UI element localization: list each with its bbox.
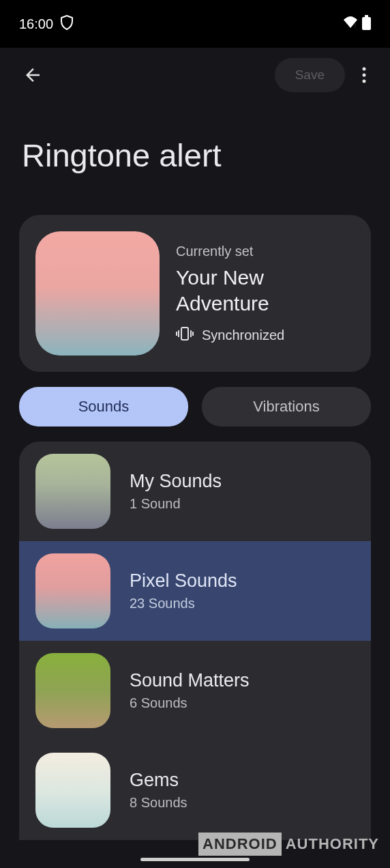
watermark: ANDROID AUTHORITY	[198, 833, 383, 856]
list-item-my-sounds[interactable]: My Sounds 1 Sound	[19, 442, 371, 541]
sound-category-list: My Sounds 1 Sound Pixel Sounds 23 Sounds…	[19, 442, 371, 840]
svg-point-4	[363, 68, 366, 71]
status-bar: 16:00	[0, 0, 390, 48]
category-subtitle: 6 Sounds	[130, 695, 250, 711]
current-ringtone-card[interactable]: Currently set Your New Adventure Synchro…	[19, 215, 371, 372]
app-bar-actions: Save	[275, 58, 378, 92]
category-info: Gems 8 Sounds	[130, 770, 188, 811]
status-right	[343, 15, 371, 33]
category-subtitle: 1 Sound	[130, 496, 222, 512]
category-subtitle: 23 Sounds	[130, 596, 237, 611]
back-button[interactable]	[19, 61, 46, 89]
category-subtitle: 8 Sounds	[130, 795, 188, 811]
svg-point-1	[355, 27, 356, 29]
navigation-handle[interactable]	[140, 858, 250, 861]
arrow-back-icon	[22, 65, 43, 85]
more-vert-icon	[362, 67, 366, 83]
list-item-gems[interactable]: Gems 8 Sounds	[19, 740, 371, 840]
sync-label: Synchronized	[202, 328, 284, 343]
more-button[interactable]	[350, 61, 378, 89]
category-thumbnail	[35, 454, 110, 529]
category-title: Sound Matters	[130, 670, 250, 691]
list-item-sound-matters[interactable]: Sound Matters 6 Sounds	[19, 641, 371, 740]
category-info: Sound Matters 6 Sounds	[130, 670, 250, 711]
svg-point-6	[363, 80, 366, 83]
vibration-icon	[176, 327, 194, 343]
app-bar: Save	[0, 48, 390, 102]
category-title: Pixel Sounds	[130, 570, 237, 592]
svg-rect-7	[181, 328, 188, 340]
save-button[interactable]: Save	[275, 58, 345, 92]
category-title: Gems	[130, 770, 188, 791]
tab-vibrations[interactable]: Vibrations	[202, 387, 371, 426]
category-title: My Sounds	[130, 471, 222, 492]
sync-row: Synchronized	[176, 327, 355, 343]
currently-set-label: Currently set	[176, 244, 355, 259]
category-thumbnail	[35, 753, 110, 828]
wifi-icon	[343, 16, 358, 31]
current-ringtone-thumbnail	[35, 231, 160, 356]
shield-icon	[60, 15, 74, 33]
current-ringtone-title: Your New Adventure	[176, 265, 355, 316]
list-item-pixel-sounds[interactable]: Pixel Sounds 23 Sounds	[19, 541, 371, 641]
page-title: Ringtone alert	[0, 102, 390, 215]
watermark-part1: ANDROID	[198, 833, 282, 856]
svg-rect-0	[355, 23, 356, 27]
svg-point-5	[363, 74, 366, 77]
category-info: Pixel Sounds 23 Sounds	[130, 570, 237, 611]
tabs: Sounds Vibrations	[19, 387, 371, 426]
watermark-part2: AUTHORITY	[282, 833, 383, 856]
svg-rect-3	[362, 17, 371, 30]
category-thumbnail	[35, 653, 110, 728]
svg-rect-2	[365, 15, 368, 17]
battery-icon	[362, 15, 371, 33]
clock: 16:00	[19, 16, 53, 32]
status-left: 16:00	[19, 15, 74, 33]
current-ringtone-info: Currently set Your New Adventure Synchro…	[176, 244, 355, 343]
category-info: My Sounds 1 Sound	[130, 471, 222, 512]
tab-sounds[interactable]: Sounds	[19, 387, 188, 426]
category-thumbnail	[35, 553, 110, 628]
